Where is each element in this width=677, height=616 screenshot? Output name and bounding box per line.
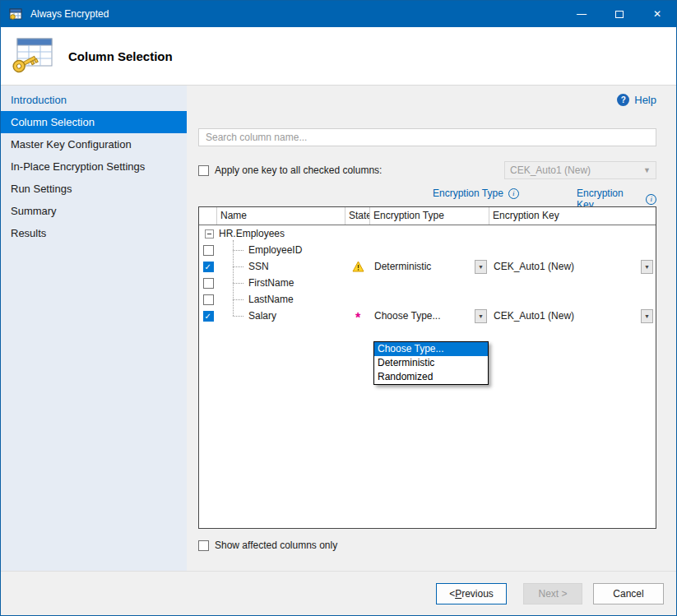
row-checkbox[interactable] [203, 311, 214, 322]
warning-icon [352, 261, 364, 272]
tree-line [233, 250, 243, 251]
row-checkbox[interactable] [203, 278, 214, 289]
minimize-icon: — [577, 8, 587, 20]
table-row-employeeid[interactable]: EmployeeID [199, 242, 656, 258]
cancel-button[interactable]: Cancel [593, 583, 664, 604]
info-icon[interactable]: i [646, 194, 656, 205]
sidebar-item-in-place-encryption-settings[interactable]: In-Place Encryption Settings [1, 155, 187, 178]
help-link[interactable]: Help [634, 94, 656, 106]
header-encryption-type: Encryption Type [370, 207, 489, 225]
table-row-firstname[interactable]: FirstName [199, 275, 656, 291]
grid-header: Name State Encryption Type Encryption Ke… [199, 207, 656, 225]
sidebar-item-summary[interactable]: Summary [1, 200, 187, 222]
info-icon[interactable]: i [508, 188, 519, 199]
minimize-button[interactable]: — [563, 1, 600, 27]
table-row-lastname[interactable]: LastName [199, 291, 656, 308]
table-group-label: HR.Employees [219, 228, 285, 239]
maximize-icon [615, 11, 624, 18]
apply-key-value: CEK_Auto1 (New) [510, 164, 591, 176]
show-affected-checkbox[interactable] [198, 540, 209, 551]
sidebar-item-column-selection[interactable]: Column Selection [1, 111, 187, 133]
sidebar-item-master-key-configuration[interactable]: Master Key Configuration [1, 133, 187, 155]
encryption-type-combobox[interactable]: Deterministic ▼ [370, 258, 489, 275]
tree-line [233, 316, 243, 317]
window-title: Always Encrypted [30, 8, 109, 20]
row-selector-header [199, 207, 217, 225]
wizard-steps-sidebar: Introduction Column Selection Master Key… [1, 86, 187, 571]
required-icon: * [355, 314, 360, 322]
page-title: Column Selection [68, 49, 173, 63]
chevron-down-icon[interactable]: ▼ [475, 309, 487, 323]
encryption-type-dropdown-list: Choose Type... Deterministic Randomized [373, 341, 489, 385]
main-panel: ? Help Apply one key to all checked colu… [187, 86, 676, 571]
chevron-down-icon: ▼ [643, 166, 651, 174]
encryption-type-combobox[interactable]: Choose Type... ▼ [370, 308, 489, 324]
table-row-ssn[interactable]: SSN Deterministic ▼ CEK_Auto1 (New) [199, 258, 656, 275]
close-icon: ✕ [653, 8, 661, 20]
apply-key-combobox[interactable]: CEK_Auto1 (New) ▼ [504, 161, 656, 179]
header-name: Name [217, 207, 345, 225]
sidebar-item-introduction[interactable]: Introduction [1, 89, 187, 111]
tree-collapse-icon[interactable] [205, 229, 214, 239]
sidebar-item-run-settings[interactable]: Run Settings [1, 178, 187, 200]
encryption-key-combobox[interactable]: CEK_Auto1 (New) ▼ [489, 258, 656, 275]
columns-grid: Name State Encryption Type Encryption Ke… [198, 206, 656, 529]
show-affected-label: Show affected columns only [215, 540, 337, 551]
help-icon: ? [617, 94, 629, 106]
maximize-button[interactable] [600, 1, 638, 27]
row-checkbox[interactable] [203, 262, 214, 272]
table-row-hr-employees[interactable]: HR.Employees [199, 225, 656, 242]
dropdown-option-randomized[interactable]: Randomized [374, 370, 488, 384]
apply-one-key-checkbox[interactable] [198, 165, 209, 176]
sidebar-item-results[interactable]: Results [1, 222, 187, 244]
next-button[interactable]: Next > [523, 583, 582, 604]
table-row-salary[interactable]: Salary * Choose Type... ▼ CEK_Auto1 (New… [199, 308, 656, 324]
wizard-header: Column Selection [1, 27, 676, 86]
chevron-down-icon[interactable]: ▼ [475, 260, 487, 274]
apply-one-key-label: Apply one key to all checked columns: [215, 164, 382, 176]
close-button[interactable]: ✕ [638, 1, 676, 27]
chevron-down-icon[interactable]: ▼ [641, 309, 653, 323]
header-encryption-key: Encryption Key [489, 207, 656, 225]
titlebar: Always Encrypted — ✕ [1, 1, 676, 27]
search-column-input[interactable] [198, 128, 656, 146]
encryption-type-link[interactable]: Encryption Type [433, 188, 503, 199]
header-state: State [345, 207, 370, 225]
previous-button[interactable]: < Previous [436, 583, 507, 604]
tree-line [233, 299, 243, 300]
chevron-down-icon[interactable]: ▼ [641, 260, 653, 274]
app-icon [9, 7, 24, 21]
tree-line [233, 240, 234, 316]
tree-line [233, 266, 243, 267]
row-checkbox[interactable] [203, 245, 214, 256]
tree-line [233, 283, 243, 284]
dropdown-option-choose-type[interactable]: Choose Type... [374, 342, 488, 356]
wizard-footer: < Previous Next > Cancel [1, 571, 676, 616]
row-checkbox[interactable] [203, 294, 214, 305]
dropdown-option-deterministic[interactable]: Deterministic [374, 356, 488, 370]
column-selection-icon [9, 36, 55, 76]
encryption-key-combobox[interactable]: CEK_Auto1 (New) ▼ [489, 308, 656, 324]
